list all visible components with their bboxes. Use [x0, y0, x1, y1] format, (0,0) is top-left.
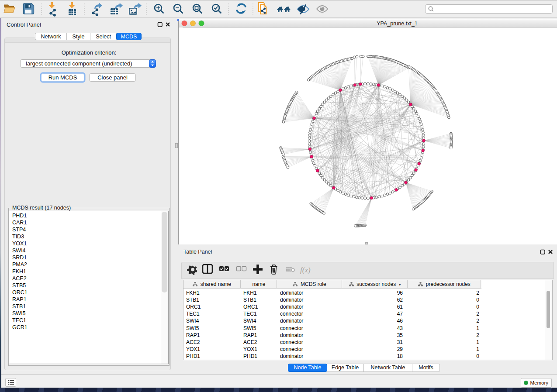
svg-text:f(x): f(x) [300, 266, 311, 274]
